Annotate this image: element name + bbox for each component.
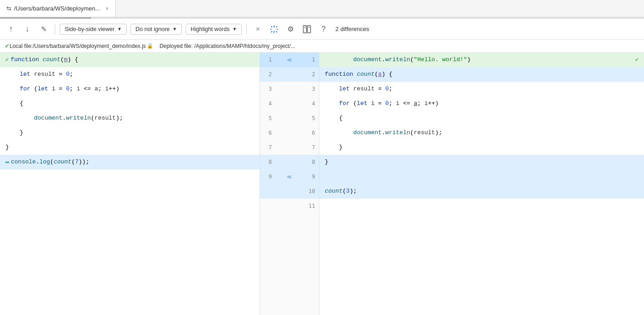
local-filepath: Local file:/Users/barbara/WS/deployment_… [10, 43, 146, 49]
viewer-mode-button[interactable]: Side-by-side viewer ▼ [60, 24, 127, 35]
gutter-line-3: 3 3 [260, 82, 319, 96]
right-line-6: document.writeln(result); [319, 126, 644, 140]
close-diffs-button[interactable]: × [251, 23, 264, 36]
settings-button[interactable]: ⚙ [284, 23, 297, 36]
left-line-8: console.log(count(7)); [0, 155, 260, 169]
left-line-11 [0, 199, 260, 213]
left-line1-check: ✔ [5, 52, 9, 67]
right-code-panel[interactable]: document.writeln("Hello. world!") ✔ func… [319, 52, 644, 315]
highlight-chevron-icon: ▼ [232, 26, 237, 31]
sep2 [246, 24, 247, 34]
left-code-panel[interactable]: ✔ function count(m) { let result = 0; fo… [0, 52, 260, 315]
left-line-1: ✔ function count(m) { [0, 52, 260, 67]
help-button[interactable]: ? [317, 23, 330, 36]
right-line-10: count(3); [319, 184, 644, 199]
left-line-4: { [0, 96, 260, 111]
local-check-icon: ✔ [5, 42, 10, 49]
right-line-11 [319, 199, 644, 213]
tab-title: /Users/barbara/WS/deploymen... [14, 5, 100, 12]
tab-bar: ⇆ /Users/barbara/WS/deploymen... × [0, 0, 644, 17]
next-diff-button[interactable]: ↓ [21, 23, 34, 36]
gutter-line-7: 7 7 [260, 140, 319, 155]
tab-close-button[interactable]: × [106, 5, 109, 12]
lock-icon: 🔒 [147, 43, 153, 49]
filepath-bar: ✔ Local file:/Users/barbara/WS/deploymen… [0, 40, 644, 52]
gutter-line-1: 1 ≪ 1 [260, 52, 319, 67]
gutter-line-2: 2 2 [260, 67, 319, 82]
toolbar: ↑ ↓ ✎ Side-by-side viewer ▼ Do not ignor… [0, 19, 644, 40]
right-line-3: let result = 0; [319, 82, 644, 96]
differences-count: 2 differences [335, 26, 369, 32]
viewer-chevron-icon: ▼ [117, 26, 122, 31]
back-forward-icon: ⇆ [6, 5, 11, 12]
prev-diff-button[interactable]: ↑ [5, 23, 17, 36]
gutter-line-6: 6 6 [260, 126, 319, 140]
highlight-label: Highlight words [191, 26, 229, 32]
file-tab[interactable]: ⇆ /Users/barbara/WS/deploymen... × [0, 0, 116, 17]
highlight-button[interactable]: Highlight words ▼ [186, 24, 242, 35]
sync-scroll-button[interactable] [268, 23, 280, 36]
right-line-9 [319, 169, 644, 184]
right-line-4: for (let i = 0; i <= a; i++) [319, 96, 644, 111]
gutter-line-4: 4 4 [260, 96, 319, 111]
right-line1-check: ✔ [635, 52, 639, 67]
left-line-3: for (let i = 0; i <= a; i++) [0, 82, 260, 96]
gutter-line-5: 5 5 [260, 111, 319, 126]
left-line-6: } [0, 126, 260, 140]
gutter-line-10: 10 [260, 184, 319, 199]
deployed-filepath: Deployed file: /Applications/MAMP/htdocs… [160, 43, 295, 49]
gutter-line-11: 11 [260, 199, 319, 213]
edit-button[interactable]: ✎ [37, 23, 50, 36]
left-line-7: } [0, 140, 260, 155]
gutter-line-9: 9 ≪ 9 [260, 169, 319, 184]
left-line-5: document.writeln(result); [0, 111, 260, 126]
split-view-button[interactable] [301, 23, 313, 36]
right-line-2: function count(a) { [319, 67, 644, 82]
gutter-line-8: 8 8 [260, 155, 319, 169]
left-line-9 [0, 169, 260, 184]
right-line-1: document.writeln("Hello. world!") ✔ [319, 52, 644, 67]
left-line-2: let result = 0; [0, 67, 260, 82]
sep1 [55, 24, 55, 34]
ignore-chevron-icon: ▼ [172, 26, 177, 31]
diff-container: ✔ function count(m) { let result = 0; fo… [0, 52, 644, 315]
ignore-label: Do not ignore [135, 26, 170, 32]
center-gutter: 1 ≪ 1 2 2 3 3 4 4 5 5 6 6 [260, 52, 319, 315]
right-line-7: } [319, 140, 644, 155]
right-line-5: { [319, 111, 644, 126]
viewer-mode-label: Side-by-side viewer [65, 26, 114, 32]
left-line-10 [0, 184, 260, 199]
ignore-button[interactable]: Do not ignore ▼ [130, 24, 182, 35]
right-line-8: } [319, 155, 644, 169]
